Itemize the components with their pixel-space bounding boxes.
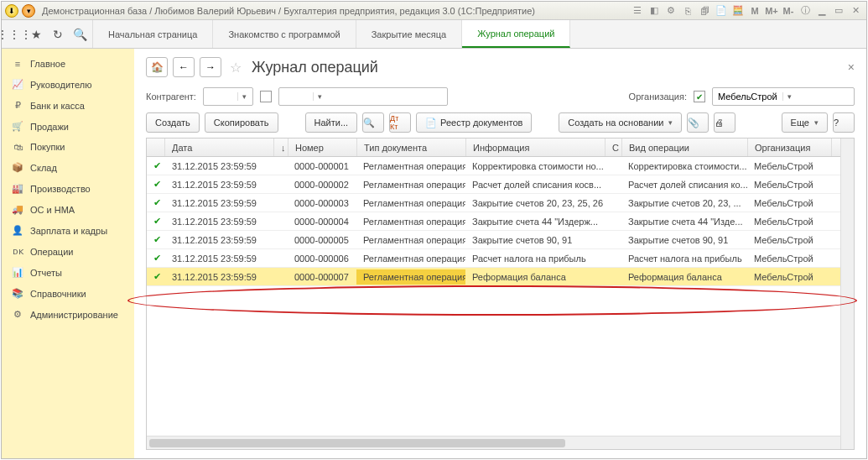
table-row[interactable]: ✔31.12.2015 23:59:590000-000006Регламент… xyxy=(147,249,854,268)
sidebar-item-1[interactable]: 📈Руководителю xyxy=(2,74,134,95)
contragent-combo[interactable]: ▾ xyxy=(203,87,253,106)
cell-date: 31.12.2015 23:59:59 xyxy=(165,251,274,266)
sidebar-item-9[interactable]: ᴅᴋОперации xyxy=(2,241,134,262)
star-icon[interactable]: ★ xyxy=(29,27,44,42)
close-tab-icon[interactable]: × xyxy=(848,60,855,74)
sidebar-label: Руководителю xyxy=(30,80,91,90)
maximize-icon[interactable]: ▭ xyxy=(831,4,846,18)
dropdown-icon[interactable]: ▾ xyxy=(22,4,35,18)
sidebar-item-0[interactable]: ≡Главное xyxy=(2,54,134,74)
cell-op: Реформация баланса xyxy=(621,269,747,285)
horizontal-scrollbar[interactable] xyxy=(147,436,840,449)
registry-button[interactable]: 📄 Реестр документов xyxy=(416,112,532,133)
col-status[interactable] xyxy=(147,139,165,156)
sidebar-icon: 📊 xyxy=(12,267,23,278)
cell-info: Расчет долей списания косв... xyxy=(465,177,605,192)
tool-icon-6[interactable]: 📄 xyxy=(714,4,729,18)
more-button[interactable]: Еще▾ xyxy=(782,112,828,133)
tool-icon-1[interactable]: ☰ xyxy=(630,4,645,18)
cell-type: Регламентная операция xyxy=(356,251,465,266)
tool-icon-7[interactable]: 🧮 xyxy=(730,4,746,18)
col-number[interactable]: Номер xyxy=(288,139,357,156)
col-optype[interactable]: Вид операции xyxy=(622,139,748,156)
sidebar-icon: ᴅᴋ xyxy=(12,246,23,257)
sidebar-item-6[interactable]: 🏭Производство xyxy=(2,178,134,199)
memory-mminus-icon[interactable]: M- xyxy=(781,4,796,18)
cell-org: МебельСтрой xyxy=(747,269,831,285)
cell-op: Закрытие счетов 20, 23, ... xyxy=(621,196,747,211)
org-combo[interactable]: МебельСтрой▾ xyxy=(712,87,855,106)
sidebar-item-2[interactable]: ₽Банк и касса xyxy=(2,95,134,116)
search-icon[interactable]: 🔍 xyxy=(72,27,87,42)
tab-0[interactable]: Начальная страница xyxy=(93,20,213,48)
col-c[interactable]: С xyxy=(606,139,622,156)
memory-mplus-icon[interactable]: M+ xyxy=(764,4,779,18)
org-value: МебельСтрой xyxy=(713,91,782,102)
col-date[interactable]: Дата xyxy=(165,139,274,156)
sidebar-label: Покупки xyxy=(30,142,65,152)
history-icon[interactable]: ↻ xyxy=(50,27,65,42)
window-title: Демонстрационная база / Любимов Валерий … xyxy=(42,6,630,16)
cell-number: 0000-000004 xyxy=(288,214,356,229)
forward-button[interactable]: → xyxy=(200,57,221,77)
cell-type: Регламентная операция xyxy=(356,233,465,248)
tool-icon-3[interactable]: ⚙ xyxy=(663,4,678,18)
attach-button[interactable]: 📎 xyxy=(687,112,709,133)
sidebar-item-3[interactable]: 🛒Продажи xyxy=(2,116,134,137)
tab-3[interactable]: Журнал операций xyxy=(462,20,570,48)
sidebar-item-10[interactable]: 📊Отчеты xyxy=(2,262,134,283)
cell-info: Корректировка стоимости но... xyxy=(465,159,605,174)
home-button[interactable]: 🏠 xyxy=(146,57,168,77)
check-icon: ✔ xyxy=(153,216,161,226)
favorite-icon[interactable]: ☆ xyxy=(230,60,242,76)
table-row[interactable]: ✔31.12.2015 23:59:590000-000002Регламент… xyxy=(147,175,854,194)
tab-1[interactable]: Знакомство с программой xyxy=(213,20,356,48)
col-sort-icon[interactable]: ↓ xyxy=(274,139,288,156)
help-button[interactable]: ? xyxy=(833,112,855,133)
sidebar-item-5[interactable]: 📦Склад xyxy=(2,157,134,178)
sidebar-item-8[interactable]: 👤Зарплата и кадры xyxy=(2,220,134,241)
create-on-button[interactable]: Создать на основании▾ xyxy=(559,112,682,133)
cell-number: 0000-000006 xyxy=(288,251,356,266)
table-row[interactable]: ✔31.12.2015 23:59:590000-000001Регламент… xyxy=(147,157,854,175)
memory-m-icon[interactable]: M xyxy=(747,4,762,18)
table-row[interactable]: ✔31.12.2015 23:59:590000-000004Регламент… xyxy=(147,212,854,231)
sidebar-label: Зарплата и кадры xyxy=(30,226,107,236)
sidebar-icon: ₽ xyxy=(12,100,23,111)
col-doctype[interactable]: Тип документа xyxy=(357,139,466,156)
org-checkbox[interactable]: ✔ xyxy=(694,91,705,102)
sidebar-item-12[interactable]: ⚙Администрирование xyxy=(2,304,134,325)
col-org[interactable]: Организация xyxy=(748,139,832,156)
col-info[interactable]: Информация xyxy=(466,139,606,156)
print-button[interactable]: 🖨 xyxy=(714,112,735,133)
tool-icon-4[interactable]: ⎘ xyxy=(680,4,695,18)
table-row[interactable]: ✔31.12.2015 23:59:590000-000005Регламент… xyxy=(147,231,854,249)
contragent-checkbox[interactable] xyxy=(260,91,272,102)
back-button[interactable]: ← xyxy=(173,57,195,77)
tool-icon-5[interactable]: 🗐 xyxy=(697,4,712,18)
minimize-icon[interactable]: ▁ xyxy=(814,4,829,18)
copy-button[interactable]: Скопировать xyxy=(205,112,278,133)
sidebar-item-11[interactable]: 📚Справочники xyxy=(2,283,134,304)
sidebar-label: Главное xyxy=(30,59,65,69)
close-icon[interactable]: ✕ xyxy=(848,4,863,18)
table-row[interactable]: ✔31.12.2015 23:59:590000-000003Регламент… xyxy=(147,194,854,212)
info-icon[interactable]: ⓘ xyxy=(798,4,813,18)
table-row[interactable]: ✔31.12.2015 23:59:590000-000007Регламент… xyxy=(147,268,854,286)
vertical-scrollbar[interactable] xyxy=(840,139,854,449)
contragent-value-combo[interactable]: ▾ xyxy=(278,87,448,106)
create-button[interactable]: Создать xyxy=(146,112,200,133)
check-icon: ✔ xyxy=(153,271,161,281)
tool-icon-2[interactable]: ◧ xyxy=(647,4,662,18)
sidebar-item-7[interactable]: 🚚ОС и НМА xyxy=(2,199,134,220)
sidebar-item-4[interactable]: 🛍Покупки xyxy=(2,137,134,157)
apps-icon[interactable]: ⋮⋮⋮ xyxy=(7,27,22,42)
tab-2[interactable]: Закрытие месяца xyxy=(356,20,463,48)
clear-filter-button[interactable]: 🔍 xyxy=(362,112,384,133)
sidebar-icon: 🏭 xyxy=(12,183,23,194)
check-icon: ✔ xyxy=(153,234,161,244)
dk-button[interactable]: ДтКт xyxy=(389,112,411,133)
cell-org: МебельСтрой xyxy=(747,196,831,211)
find-button[interactable]: Найти... xyxy=(305,112,358,133)
cell-org: МебельСтрой xyxy=(747,214,831,229)
